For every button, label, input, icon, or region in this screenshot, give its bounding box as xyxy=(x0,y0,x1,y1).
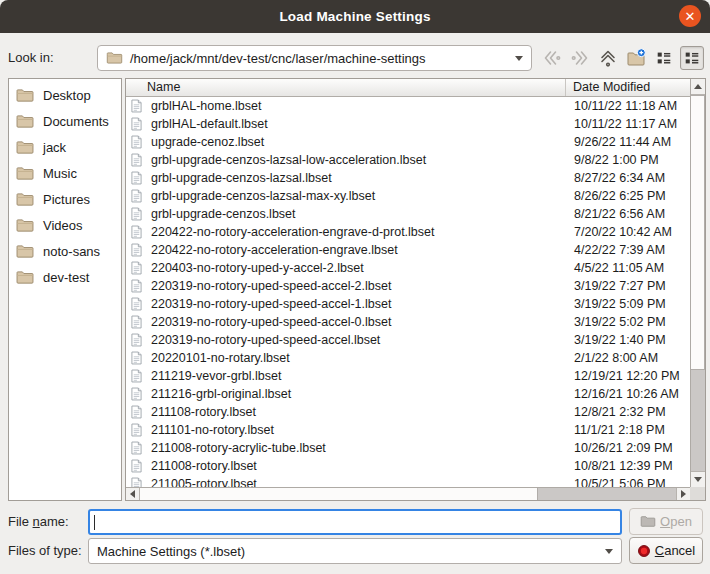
sidebar-item[interactable]: Music xyxy=(9,160,121,186)
close-icon[interactable]: ✕ xyxy=(679,5,701,27)
file-icon xyxy=(131,351,142,365)
table-row[interactable]: upgrade-cenoz.lbset 9/26/22 11:44 AM xyxy=(126,133,690,151)
sidebar-item[interactable]: noto-sans xyxy=(9,238,121,264)
back-button[interactable] xyxy=(540,46,564,70)
table-row[interactable]: 220422-no-rotory-acceleration-engrave-d-… xyxy=(126,223,690,241)
table-row[interactable]: grbl-upgrade-cenzos-lazsal.lbset 8/27/22… xyxy=(126,169,690,187)
sidebar-item-label: Pictures xyxy=(43,192,90,207)
scroll-right-icon[interactable] xyxy=(676,488,690,500)
file-icon xyxy=(131,369,142,383)
table-row[interactable]: 220319-no-rotory-uped-speed-accel-2.lbse… xyxy=(126,277,690,295)
sidebar-item[interactable]: Videos xyxy=(9,212,121,238)
table-row[interactable]: grblHAL-default.lbset 10/11/22 11:17 AM xyxy=(126,115,690,133)
file-icon xyxy=(131,189,142,203)
new-folder-button[interactable] xyxy=(624,46,648,70)
sidebar-item[interactable]: Desktop xyxy=(9,82,121,108)
table-row[interactable]: 220319-no-rotory-uped-speed-accel-0.lbse… xyxy=(126,313,690,331)
table-row[interactable]: 211108-rotory.lbset 12/8/21 2:32 PM xyxy=(126,403,690,421)
file-date: 12/19/21 12:20 PM xyxy=(566,369,690,383)
vertical-scroll-thumb[interactable] xyxy=(691,95,705,370)
column-header-name[interactable]: Name xyxy=(126,79,566,96)
table-row[interactable]: 220319-no-rotory-uped-speed-accel.lbset … xyxy=(126,331,690,349)
table-row[interactable]: grbl-upgrade-cenzos.lbset 8/21/22 6:56 A… xyxy=(126,205,690,223)
list-view-button[interactable] xyxy=(652,46,676,70)
table-row[interactable]: grblHAL-home.lbset 10/11/22 11:18 AM xyxy=(126,97,690,115)
look-in-combobox[interactable]: /home/jack/mnt/dev-test/cnc/laser/machin… xyxy=(97,45,532,71)
sidebar-item[interactable]: Documents xyxy=(9,108,121,134)
file-date: 3/19/22 5:09 PM xyxy=(566,297,690,311)
file-list: Name Date Modified grblHAL-home.lbset 10… xyxy=(125,78,706,501)
sidebar-item[interactable]: dev-test xyxy=(9,264,121,290)
table-row[interactable]: 211219-vevor-grbl.lbset 12/19/21 12:20 P… xyxy=(126,367,690,385)
up-icon xyxy=(598,48,618,68)
cancel-button[interactable]: Cancel xyxy=(629,537,703,564)
dialog-title: Load Machine Settings xyxy=(279,9,430,24)
vertical-scrollbar[interactable] xyxy=(690,79,705,487)
table-row[interactable]: 220319-no-rotory-uped-speed-accel-1.lbse… xyxy=(126,295,690,313)
scroll-up-icon[interactable] xyxy=(691,79,705,95)
file-date: 4/5/22 11:05 AM xyxy=(566,261,690,275)
table-row[interactable]: 220403-no-rotory-uped-y-accel-2.lbset 4/… xyxy=(126,259,690,277)
forward-icon xyxy=(570,48,590,68)
text-caret xyxy=(94,515,95,530)
forward-button[interactable] xyxy=(568,46,592,70)
table-row[interactable]: 20220101-no-rotary.lbset 2/1/22 8:00 AM xyxy=(126,349,690,367)
file-date: 10/8/21 12:39 PM xyxy=(566,459,690,473)
table-row[interactable]: 211101-no-rotory.lbset 11/1/21 2:18 PM xyxy=(126,421,690,439)
scrollbar-corner xyxy=(690,487,705,500)
file-name-cell: 220422-no-rotory-acceleration-engrave.lb… xyxy=(126,243,566,257)
file-date: 4/22/22 7:39 AM xyxy=(566,243,690,257)
places-sidebar: Desktop Documents jack Music xyxy=(8,78,122,501)
file-icon xyxy=(131,297,142,311)
scroll-left-icon[interactable] xyxy=(126,488,140,500)
open-button[interactable]: Open xyxy=(629,508,703,535)
scroll-down-icon[interactable] xyxy=(691,471,705,487)
horizontal-scrollbar[interactable] xyxy=(126,487,690,500)
file-icon xyxy=(131,207,142,221)
file-type-combobox[interactable]: Machine Settings (*.lbset) xyxy=(88,538,622,564)
file-name-cell: grbl-upgrade-cenzos-lazsal-max-xy.lbset xyxy=(126,189,566,203)
file-icon xyxy=(131,117,142,131)
file-name-cell: 220319-no-rotory-uped-speed-accel-1.lbse… xyxy=(126,297,566,311)
table-row[interactable]: 211008-rotory-acrylic-tube.lbset 10/26/2… xyxy=(126,439,690,457)
file-date: 8/26/22 6:25 PM xyxy=(566,189,690,203)
file-name-cell: 211008-rotory.lbset xyxy=(126,459,566,473)
file-name: 220319-no-rotory-uped-speed-accel-1.lbse… xyxy=(151,297,391,311)
table-row[interactable]: grbl-upgrade-cenzos-lazsal-low-accelerat… xyxy=(126,151,690,169)
file-name-cell: 220319-no-rotory-uped-speed-accel.lbset xyxy=(126,333,566,347)
file-name: 220319-no-rotory-uped-speed-accel.lbset xyxy=(151,333,380,347)
table-row[interactable]: 211005-rotory.lbset 10/5/21 5:06 PM xyxy=(126,475,690,487)
file-name: 211219-vevor-grbl.lbset xyxy=(151,369,281,383)
horizontal-scroll-thumb[interactable] xyxy=(140,488,538,500)
file-date: 10/11/22 11:17 AM xyxy=(566,117,690,131)
sidebar-item-label: noto-sans xyxy=(43,244,100,259)
sidebar-item[interactable]: Pictures xyxy=(9,186,121,212)
file-name-input[interactable] xyxy=(88,509,622,535)
file-name: 211216-grbl-original.lbset xyxy=(151,387,291,401)
file-name: 220422-no-rotory-acceleration-engrave-d-… xyxy=(151,225,434,239)
detail-view-button[interactable] xyxy=(680,46,704,70)
table-row[interactable]: 211216-grbl-original.lbset 12/16/21 10:2… xyxy=(126,385,690,403)
files-of-type-label: Files of type: xyxy=(8,538,82,564)
table-row[interactable]: 211008-rotory.lbset 10/8/21 12:39 PM xyxy=(126,457,690,475)
file-name-cell: 211101-no-rotory.lbset xyxy=(126,423,566,437)
table-row[interactable]: 220422-no-rotory-acceleration-engrave.lb… xyxy=(126,241,690,259)
file-name: grbl-upgrade-cenzos-lazsal-max-xy.lbset xyxy=(151,189,375,203)
file-name-cell: grblHAL-default.lbset xyxy=(126,117,566,131)
file-icon xyxy=(131,333,142,347)
folder-icon xyxy=(15,244,35,259)
file-name: 220422-no-rotory-acceleration-engrave.lb… xyxy=(151,243,398,257)
list-view-icon xyxy=(655,49,673,67)
column-header-date[interactable]: Date Modified xyxy=(566,79,690,96)
sidebar-item[interactable]: jack xyxy=(9,134,121,160)
file-icon xyxy=(131,315,142,329)
sidebar-item-label: Desktop xyxy=(43,88,91,103)
folder-icon xyxy=(15,270,35,285)
up-directory-button[interactable] xyxy=(596,46,620,70)
file-date: 8/21/22 6:56 AM xyxy=(566,207,690,221)
file-name-cell: grbl-upgrade-cenzos.lbset xyxy=(126,207,566,221)
table-row[interactable]: grbl-upgrade-cenzos-lazsal-max-xy.lbset … xyxy=(126,187,690,205)
folder-icon xyxy=(15,218,35,233)
file-icon xyxy=(131,405,142,419)
detail-view-icon xyxy=(683,49,701,67)
